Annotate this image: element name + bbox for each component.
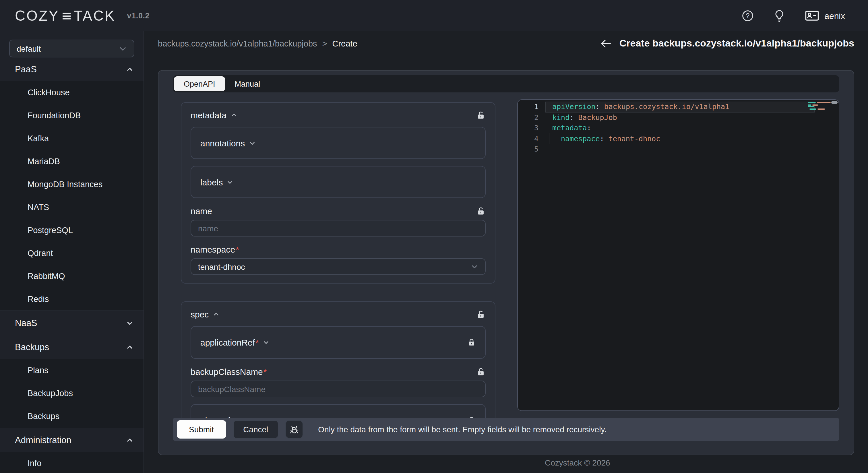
tab-openapi[interactable]: OpenAPI xyxy=(174,76,225,91)
sidebar-item-info[interactable]: Info xyxy=(0,452,144,473)
line-number: 4 xyxy=(518,133,544,144)
chevron-down-icon xyxy=(119,44,127,53)
lock-icon[interactable] xyxy=(467,416,476,418)
sidebar-section-paas[interactable]: PaaS xyxy=(0,57,144,81)
spec-group: spec xyxy=(181,302,495,418)
backups-submenu: Plans BackupJobs Backups xyxy=(0,359,144,428)
code-area: 1 apiVersion: backups.cozystack.io/v1alp… xyxy=(518,100,839,155)
chevron-up-icon xyxy=(126,66,133,73)
namespace-select[interactable]: tenant-dhnoc xyxy=(191,258,486,275)
backupclassname-label-row: backupClassName* xyxy=(191,366,486,377)
back-button[interactable] xyxy=(600,38,611,50)
line-number: 5 xyxy=(518,144,544,155)
sidebar-item-nats[interactable]: NATS xyxy=(0,196,144,219)
annotations-collapse[interactable]: annotations xyxy=(191,127,486,159)
submit-button[interactable]: Submit xyxy=(177,420,226,439)
actions-bar: Submit Cancel Only the data from the for… xyxy=(173,418,839,441)
section-label: Administration xyxy=(15,435,71,445)
sidebar-section-administration[interactable]: Administration xyxy=(0,428,144,452)
chevron-down-icon xyxy=(126,319,133,326)
code-line: 4 namespace: tenant-dhnoc xyxy=(518,133,839,144)
app-version: v1.0.2 xyxy=(127,11,150,20)
chevron-down-icon xyxy=(234,417,240,418)
sidebar-item-kafka[interactable]: Kafka xyxy=(0,127,144,150)
debug-button[interactable] xyxy=(285,420,303,439)
metadata-group: metadata xyxy=(181,102,495,284)
sidebar-item-backupjobs[interactable]: BackupJobs xyxy=(0,382,144,405)
lock-icon[interactable] xyxy=(467,338,476,347)
unlock-icon[interactable] xyxy=(476,110,486,120)
code-line: 2 kind: BackupJob xyxy=(518,112,839,123)
scrollbar-thumb[interactable] xyxy=(831,101,838,104)
sidebar-item-mariadb[interactable]: MariaDB xyxy=(0,150,144,173)
administration-submenu: Info xyxy=(0,452,144,473)
applicationref-collapse[interactable]: applicationRef* xyxy=(191,326,486,359)
tab-manual[interactable]: Manual xyxy=(225,76,270,91)
app: COZY TACK v1.0.2 ? xyxy=(0,0,868,473)
bug-icon xyxy=(289,424,300,435)
annotations-label: annotations xyxy=(200,138,245,148)
form-column: metadata xyxy=(173,99,510,418)
user-badge[interactable]: aenix xyxy=(805,10,845,21)
sidebar-item-redis[interactable]: Redis xyxy=(0,288,144,311)
top-actions: ? aenix xyxy=(742,9,845,22)
help-button[interactable]: ? xyxy=(742,9,754,22)
form-notice: Only the data from the form will be sent… xyxy=(318,425,607,434)
metadata-legend-row[interactable]: metadata xyxy=(191,108,486,121)
unlock-icon[interactable] xyxy=(476,206,486,216)
page-title-row: Create backups.cozystack.io/v1alpha1/bac… xyxy=(600,38,854,50)
minimap xyxy=(808,102,831,110)
theme-toggle-button[interactable] xyxy=(773,9,785,22)
breadcrumb-path[interactable]: backups.cozystack.io/v1alpha1/backupjobs xyxy=(158,39,317,48)
logo-text-left: COZY xyxy=(15,7,59,24)
sidebar-section-backups[interactable]: Backups xyxy=(0,335,144,359)
sidebar-item-rabbitmq[interactable]: RabbitMQ xyxy=(0,264,144,288)
cozystack-logo[interactable]: COZY TACK xyxy=(15,7,116,24)
editor-mode-tabs: OpenAPI Manual xyxy=(173,75,839,92)
sidebar-section-naas[interactable]: NaaS xyxy=(0,311,144,335)
unlock-icon[interactable] xyxy=(476,309,486,319)
code-line: 1 apiVersion: backups.cozystack.io/v1alp… xyxy=(518,102,839,112)
sidebar-item-clickhouse[interactable]: ClickHouse xyxy=(0,81,144,104)
cancel-button[interactable]: Cancel xyxy=(233,420,278,439)
line-number: 3 xyxy=(518,123,544,133)
svg-text:?: ? xyxy=(746,12,750,19)
name-label: name xyxy=(191,206,212,216)
sidebar-item-qdrant[interactable]: Qdrant xyxy=(0,242,144,264)
chevron-up-icon xyxy=(126,437,133,443)
sidebar-item-mongodb-instances[interactable]: MongoDB Instances xyxy=(0,173,144,196)
sidebar-item-plans[interactable]: Plans xyxy=(0,359,144,382)
create-form-card: OpenAPI Manual metadata xyxy=(158,70,854,455)
name-label-row: name xyxy=(191,205,486,216)
backupclassname-input[interactable] xyxy=(191,381,486,397)
sidebar-item-backups[interactable]: Backups xyxy=(0,405,144,428)
logo-text-right: TACK xyxy=(74,7,116,24)
sidebar-item-postgresql[interactable]: PostgreSQL xyxy=(0,219,144,242)
paas-submenu: ClickHouse FoundationDB Kafka MariaDB Mo… xyxy=(0,81,144,311)
chevron-down-icon xyxy=(227,179,233,185)
labels-collapse[interactable]: labels xyxy=(191,166,486,198)
labels-label: labels xyxy=(200,177,223,187)
namespace-label-row: namespace* xyxy=(191,243,486,255)
chevron-up-icon xyxy=(126,344,133,350)
sidebar-item-foundationdb[interactable]: FoundationDB xyxy=(0,104,144,127)
workspace: metadata xyxy=(173,99,839,418)
namespace-label: namespace xyxy=(191,244,235,254)
chevron-up-icon xyxy=(213,311,219,317)
top-bar: COZY TACK v1.0.2 ? xyxy=(0,0,868,31)
spec-legend-row[interactable]: spec xyxy=(191,308,486,320)
code-line: 5 xyxy=(518,144,839,155)
chevron-down-icon xyxy=(263,339,269,346)
unlock-icon[interactable] xyxy=(476,367,486,376)
planref-collapse[interactable]: planRef xyxy=(191,404,486,418)
namespace-select-value: tenant-dhnoc xyxy=(198,262,245,271)
chevron-up-icon xyxy=(230,112,237,118)
breadcrumb: backups.cozystack.io/v1alpha1/backupjobs… xyxy=(158,39,358,48)
spec-legend: spec xyxy=(191,309,209,319)
footer-copyright: Cozystack © 2026 xyxy=(545,458,610,467)
yaml-code-editor[interactable]: 1 apiVersion: backups.cozystack.io/v1alp… xyxy=(517,99,839,411)
profile-select[interactable]: default xyxy=(9,40,134,57)
line-number: 2 xyxy=(518,112,544,123)
required-mark: * xyxy=(236,244,239,254)
name-input[interactable] xyxy=(191,220,486,236)
